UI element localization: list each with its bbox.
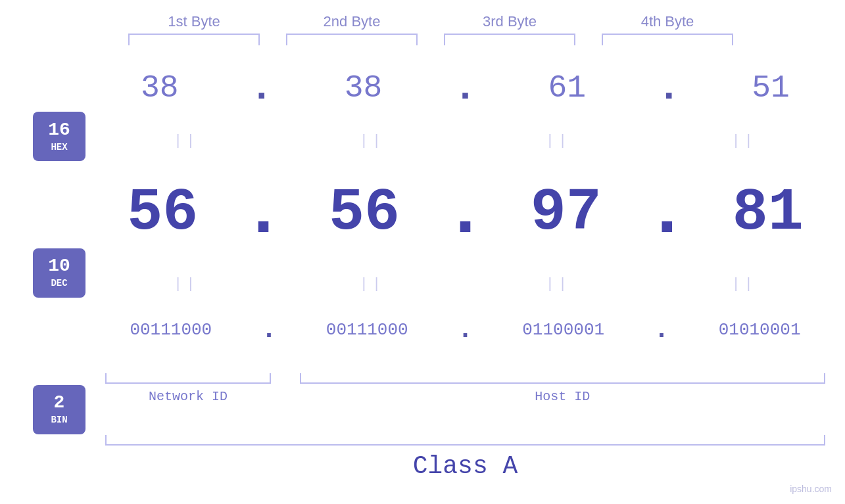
hex-b2-cell: 38 bbox=[345, 70, 383, 106]
dot-bin-1: . bbox=[261, 315, 277, 345]
dec-b2: 56 bbox=[329, 179, 400, 246]
hex-badge: 16 HEX bbox=[33, 112, 85, 161]
eq4: || bbox=[665, 133, 823, 149]
hex-b3-cell: 61 bbox=[548, 70, 587, 106]
eq3: || bbox=[479, 133, 637, 149]
bin-b3: 01100001 bbox=[522, 320, 604, 340]
dec-number: 10 bbox=[48, 257, 70, 275]
bin-b4-cell: 01010001 bbox=[719, 320, 801, 340]
network-id-bracket bbox=[105, 373, 271, 384]
data-area: 16 HEX 10 DEC 2 BIN 38 bbox=[13, 55, 825, 491]
eq8: || bbox=[665, 276, 823, 292]
hex-value-row: 38 . 38 . 61 . bbox=[105, 66, 825, 110]
class-label: Class A bbox=[105, 452, 825, 480]
bottom-brackets bbox=[105, 373, 825, 384]
bin-b1-cell: 00111000 bbox=[130, 320, 212, 340]
bin-badge: 2 BIN bbox=[33, 385, 85, 434]
dot-hex-3: . bbox=[657, 66, 681, 110]
hex-b4-cell: 51 bbox=[752, 70, 790, 106]
bin-label: BIN bbox=[51, 415, 67, 425]
host-id-bracket bbox=[300, 373, 825, 384]
dot-dec-3: . bbox=[645, 172, 688, 254]
bin-b4: 01010001 bbox=[719, 320, 801, 340]
bin-value-row: 00111000 . 00111000 . 01100001 bbox=[105, 315, 825, 345]
dec-b1-cell: 56 bbox=[127, 179, 198, 246]
dec-b1: 56 bbox=[127, 179, 198, 246]
hex-b1-cell: 38 bbox=[141, 70, 179, 106]
class-bracket bbox=[105, 435, 825, 446]
byte4-header: 4th Byte bbox=[589, 13, 746, 30]
byte3-header: 3rd Byte bbox=[431, 13, 589, 30]
bin-b3-cell: 01100001 bbox=[522, 320, 604, 340]
byte2-header: 2nd Byte bbox=[273, 13, 431, 30]
brace-4 bbox=[602, 34, 733, 45]
dot-bin-2: . bbox=[457, 315, 473, 345]
dec-label: DEC bbox=[51, 278, 67, 288]
main-layout: 1st Byte 2nd Byte 3rd Byte 4th Byte 16 H… bbox=[0, 0, 845, 504]
class-section: Class A bbox=[105, 435, 825, 480]
dot-bin-3: . bbox=[654, 315, 669, 345]
bin-b1: 00111000 bbox=[130, 320, 212, 340]
bin-number: 2 bbox=[54, 394, 65, 412]
brace-2 bbox=[286, 34, 418, 45]
dec-b4: 81 bbox=[733, 179, 804, 246]
brace-1 bbox=[128, 34, 260, 45]
dec-badge: 10 DEC bbox=[33, 248, 85, 298]
content-area: 1st Byte 2nd Byte 3rd Byte 4th Byte 16 H… bbox=[0, 0, 845, 504]
dot-hex-1: . bbox=[250, 66, 274, 110]
eq5: || bbox=[107, 276, 265, 292]
dot-dec-1: . bbox=[242, 172, 285, 254]
watermark: ipshu.com bbox=[790, 484, 832, 494]
eq-row-2: || || || || bbox=[105, 275, 825, 294]
dec-b3-cell: 97 bbox=[531, 179, 602, 246]
eq1: || bbox=[107, 133, 265, 149]
dot-hex-2: . bbox=[453, 66, 477, 110]
network-id-label: Network ID bbox=[105, 389, 271, 404]
top-braces bbox=[115, 34, 825, 45]
bin-b2-cell: 00111000 bbox=[326, 320, 408, 340]
eq-row-1: || || || || bbox=[105, 131, 825, 151]
hex-b2: 38 bbox=[345, 70, 383, 106]
eq2: || bbox=[293, 133, 451, 149]
dot-dec-2: . bbox=[443, 172, 487, 254]
hex-number: 16 bbox=[48, 121, 70, 139]
hex-b3: 61 bbox=[548, 70, 587, 106]
hex-b1: 38 bbox=[141, 70, 179, 106]
hex-label: HEX bbox=[51, 142, 67, 152]
dec-b4-cell: 81 bbox=[733, 179, 804, 246]
values-area: 38 . 38 . 61 . bbox=[105, 55, 825, 491]
eq7: || bbox=[479, 276, 637, 292]
eq6: || bbox=[293, 276, 451, 292]
bin-b2: 00111000 bbox=[326, 320, 408, 340]
dec-b3: 97 bbox=[531, 179, 602, 246]
dec-b2-cell: 56 bbox=[329, 179, 400, 246]
dec-value-row: 56 . 56 . 97 . bbox=[105, 172, 825, 254]
brace-3 bbox=[444, 34, 575, 45]
byte1-header: 1st Byte bbox=[115, 13, 273, 30]
base-badges: 16 HEX 10 DEC 2 BIN bbox=[13, 55, 105, 491]
host-id-label: Host ID bbox=[300, 389, 825, 404]
byte-headers: 1st Byte 2nd Byte 3rd Byte 4th Byte bbox=[115, 13, 825, 30]
hex-b4: 51 bbox=[752, 70, 790, 106]
bracket-labels: Network ID Host ID bbox=[105, 389, 825, 404]
bottom-section: Network ID Host ID bbox=[105, 373, 825, 404]
